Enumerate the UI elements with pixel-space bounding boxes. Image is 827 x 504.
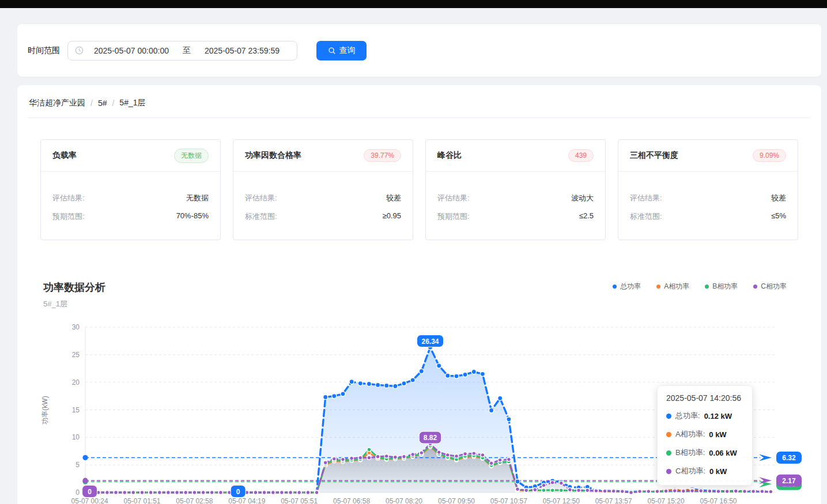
time-filter-panel: 时间范围 2025-05-07 00:00:00 至 2025-05-07 23… <box>17 24 821 77</box>
svg-text:5: 5 <box>75 461 80 469</box>
series-dot <box>666 414 671 419</box>
query-button-label: 查询 <box>339 46 356 56</box>
svg-text:05-07 05:51: 05-07 05:51 <box>281 497 318 504</box>
metric-value: 较差 <box>771 193 786 203</box>
svg-text:20: 20 <box>72 378 80 386</box>
stat-title: 三相不平衡度 <box>630 150 678 161</box>
metric-row: 评估结果: 较差 <box>630 193 786 203</box>
breadcrumb-separator: / <box>90 98 93 108</box>
series-dot <box>666 432 671 437</box>
svg-text:6.32: 6.32 <box>782 454 796 462</box>
metric-value: 70%-85% <box>176 211 209 222</box>
chart-subtitle: 5#_1层 <box>43 299 105 309</box>
tooltip-row: A相功率: 0 kW <box>666 429 743 439</box>
metric-value: ≤5% <box>771 211 786 222</box>
metric-label: 预期范围: <box>52 211 85 222</box>
breadcrumb-item-floor[interactable]: 5#_1层 <box>119 98 145 108</box>
time-range-label: 时间范围 <box>28 46 60 56</box>
legend-item-phase-a[interactable]: A相功率 <box>656 282 689 291</box>
end-date-input[interactable]: 2025-05-07 23:59:59 <box>194 46 290 55</box>
chart-legend: 总功率 A相功率 B相功率 C相功率 <box>613 282 787 291</box>
tooltip-row: B相功率: 0.06 kW <box>666 448 743 458</box>
svg-text:0: 0 <box>236 488 240 496</box>
metric-value: ≤2.5 <box>579 211 594 222</box>
stat-card-three-phase-unbalance: 三相不平衡度 9.09% 评估结果: 较差 标准范围: ≤5% <box>618 139 798 240</box>
analysis-panel: 华洁超净产业园 / 5# / 5#_1层 负载率 无数据 评估结果: 无数据 预… <box>17 85 821 504</box>
svg-text:05-07 09:50: 05-07 09:50 <box>438 497 475 504</box>
query-button[interactable]: 查询 <box>316 41 367 60</box>
breadcrumb-item-building[interactable]: 5# <box>98 98 107 108</box>
divider <box>29 118 810 118</box>
metric-row: 评估结果: 无数据 <box>52 193 209 203</box>
status-badge: 39.77% <box>364 149 401 162</box>
breadcrumb-item-park[interactable]: 华洁超净产业园 <box>29 98 85 108</box>
chart-title: 功率数据分析 <box>43 281 105 294</box>
start-date-input[interactable]: 2025-05-07 00:00:00 <box>84 46 179 55</box>
legend-label: 总功率 <box>620 282 641 291</box>
top-black-bar <box>0 0 827 8</box>
status-badge: 9.09% <box>753 149 786 162</box>
stat-card-power-factor: 功率因数合格率 39.77% 评估结果: 较差 标准范围: ≥0.95 <box>233 139 413 240</box>
metric-label: 评估结果: <box>630 193 662 203</box>
svg-text:05-07 06:58: 05-07 06:58 <box>333 497 370 504</box>
date-range-picker[interactable]: 2025-05-07 00:00:00 至 2025-05-07 23:59:5… <box>67 41 297 60</box>
svg-text:功率(kW): 功率(kW) <box>41 396 49 425</box>
search-icon <box>328 47 336 55</box>
tooltip-series-value: 0.06 kW <box>709 449 737 457</box>
svg-text:26.34: 26.34 <box>421 338 439 346</box>
svg-text:05-07 04:19: 05-07 04:19 <box>228 497 265 504</box>
metric-row: 预期范围: 70%-85% <box>52 211 209 222</box>
chart-tooltip: 2025-05-07 14:20:56 总功率: 0.12 kW A相功率: 0… <box>657 385 753 486</box>
legend-item-phase-c[interactable]: C相功率 <box>753 282 787 291</box>
svg-text:05-07 10:57: 05-07 10:57 <box>490 497 527 504</box>
stat-card-peak-valley: 峰谷比 439 评估结果: 波动大 预期范围: ≤2.5 <box>425 139 606 240</box>
tooltip-row: 总功率: 0.12 kW <box>666 411 743 421</box>
svg-text:05-07 02:58: 05-07 02:58 <box>176 497 213 504</box>
legend-dot <box>613 285 617 289</box>
metric-row: 评估结果: 较差 <box>245 193 401 203</box>
metric-value: ≥0.95 <box>383 211 401 222</box>
metric-label: 标准范围: <box>630 211 662 222</box>
series-dot <box>666 469 671 474</box>
svg-text:0: 0 <box>88 488 92 496</box>
legend-label: C相功率 <box>761 282 787 291</box>
metric-label: 评估结果: <box>52 193 85 203</box>
tooltip-series-value: 0 kW <box>709 467 727 476</box>
svg-text:05-07 16:50: 05-07 16:50 <box>700 497 737 504</box>
status-badge: 无数据 <box>174 149 209 163</box>
legend-dot <box>705 285 709 289</box>
metric-label: 预期范围: <box>437 211 470 222</box>
metric-row: 评估结果: 波动大 <box>437 193 594 203</box>
legend-item-total-power[interactable]: 总功率 <box>613 282 641 291</box>
metric-value: 较差 <box>386 193 401 203</box>
tooltip-timestamp: 2025-05-07 14:20:56 <box>666 393 743 403</box>
tooltip-series-name: C相功率: <box>675 466 705 476</box>
metric-cards-row: 负载率 无数据 评估结果: 无数据 预期范围: 70%-85% 功率因数合格率 … <box>40 139 798 240</box>
metric-label: 标准范围: <box>245 211 277 222</box>
series-dot <box>666 450 671 456</box>
legend-label: A相功率 <box>664 282 689 291</box>
svg-text:2.17: 2.17 <box>782 477 796 485</box>
metric-row: 标准范围: ≥0.95 <box>245 211 401 222</box>
metric-label: 评估结果: <box>245 193 277 203</box>
svg-text:05-07 13:57: 05-07 13:57 <box>595 497 632 504</box>
svg-text:30: 30 <box>72 323 80 331</box>
metric-row: 标准范围: ≤5% <box>630 211 786 222</box>
range-separator: 至 <box>179 46 194 56</box>
svg-text:8.82: 8.82 <box>424 434 437 442</box>
breadcrumb: 华洁超净产业园 / 5# / 5#_1层 <box>17 85 821 118</box>
status-badge: 439 <box>568 149 594 162</box>
tooltip-series-name: 总功率: <box>675 411 700 421</box>
legend-label: B相功率 <box>712 282 738 291</box>
legend-item-phase-b[interactable]: B相功率 <box>705 282 738 291</box>
power-analysis-section: 功率数据分析 5#_1层 总功率 A相功率 B相功率 C相功率 <box>17 281 821 504</box>
stat-title: 负载率 <box>52 150 77 161</box>
metric-value: 无数据 <box>186 193 209 203</box>
tooltip-series-name: B相功率: <box>675 448 705 458</box>
stat-card-load-rate: 负载率 无数据 评估结果: 无数据 预期范围: 70%-85% <box>40 139 221 240</box>
breadcrumb-separator: / <box>112 98 114 108</box>
svg-text:05-07 12:50: 05-07 12:50 <box>543 497 580 504</box>
tooltip-series-value: 0.12 kW <box>704 412 732 420</box>
clock-icon <box>75 46 84 55</box>
svg-text:05-07 00:24: 05-07 00:24 <box>71 497 108 504</box>
